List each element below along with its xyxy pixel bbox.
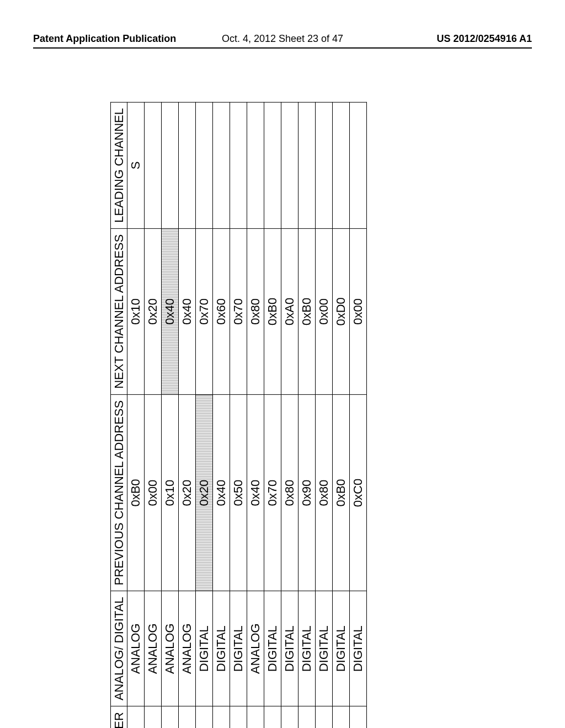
cell-analog-digital: ANALOG [179, 591, 196, 706]
cell-leading [213, 103, 230, 229]
cell-next: 0x00 [316, 228, 333, 394]
table-row: 0x408-13DIGITAL0x200x70 [196, 103, 213, 729]
table-row: 0x9018-26DIGITAL0x800xA0 [281, 103, 299, 729]
cell-leading [316, 103, 333, 229]
table-row: 0x2077ANALOG0x100x40 [162, 103, 179, 729]
table-row: 0x3088ANALOG0x200x40 [179, 103, 196, 729]
col-physical: PHYSICAL CHANNEL NUMBER [111, 706, 127, 728]
cell-analog-digital: DIGITAL [333, 591, 350, 706]
cell-prev: 0x90 [299, 394, 316, 591]
cell-leading [162, 103, 179, 229]
cell-analog-digital: DIGITAL [299, 591, 316, 706]
cell-prev: 0x20 [196, 394, 213, 591]
cell-physical: 3 [213, 706, 230, 728]
cell-next: 0xB0 [299, 228, 316, 394]
cell-prev: 0xB0 [127, 394, 145, 591]
cell-next: 0x00 [350, 228, 367, 394]
cell-analog-digital: ANALOG [247, 591, 264, 706]
cell-next: 0xA0 [281, 228, 299, 394]
cell-next: 0x10 [127, 228, 145, 394]
cell-physical: 6 [281, 706, 299, 728]
cell-analog-digital: DIGITAL [316, 591, 333, 706]
table-row: 0xC026-24DIGITAL0xB00xD0 [333, 103, 350, 729]
table-row: 0x508-23DIGITAL0x400x60 [213, 103, 230, 729]
cell-prev: 0x00 [145, 394, 162, 591]
cell-physical: 4 [333, 706, 350, 728]
cell-physical: 2 [127, 706, 145, 728]
cell-leading [350, 103, 367, 229]
cell-leading [196, 103, 213, 229]
cell-analog-digital: ANALOG [145, 591, 162, 706]
cell-next: 0x70 [230, 228, 247, 394]
cell-leading: S [127, 103, 145, 229]
cell-next: 0x60 [213, 228, 230, 394]
table-row: 0x7099ANALOG0x400x80 [247, 103, 264, 729]
cell-leading [145, 103, 162, 229]
cell-prev: 0x70 [264, 394, 281, 591]
cell-prev: 0x20 [179, 394, 196, 591]
col-leading: LEADING CHANNEL [111, 103, 127, 229]
cell-leading [247, 103, 264, 229]
col-prev: PREVIOUS CHANNEL ADDRESS [111, 394, 127, 591]
cell-next: 0x40 [162, 228, 179, 394]
cell-next: 0x70 [196, 228, 213, 394]
header-right: US 2012/0254916 A1 [437, 33, 532, 45]
cell-leading [264, 103, 281, 229]
figure-label: FIG.23 [86, 102, 106, 728]
cell-prev: 0x80 [316, 394, 333, 591]
table-row: 0xB026-14DIGITAL0x800x00 [316, 103, 333, 729]
cell-analog-digital: DIGITAL [230, 591, 247, 706]
cell-prev: 0xC0 [350, 394, 367, 591]
cell-leading [281, 103, 299, 229]
cell-prev: 0x80 [281, 394, 299, 591]
cell-next: 0x80 [247, 228, 264, 394]
cell-analog-digital: ANALOG [127, 591, 145, 706]
cell-next: 0xD0 [333, 228, 350, 394]
cell-analog-digital: DIGITAL [213, 591, 230, 706]
cell-physical: 6 [299, 706, 316, 728]
cell-analog-digital: DIGITAL [196, 591, 213, 706]
cell-physical: 8 [179, 706, 196, 728]
table-row: 0xA018-36DIGITAL0x900xB0 [299, 103, 316, 729]
cell-analog-digital: DIGITAL [264, 591, 281, 706]
cell-next: 0xB0 [264, 228, 281, 394]
cell-physical: 6 [264, 706, 281, 728]
figure-rotated-wrap: FIG.23 ADDRESS VIRTUAL CHANNEL NUMBER PH… [86, 0, 367, 102]
cell-leading [230, 103, 247, 229]
cell-physical: 7 [162, 706, 179, 728]
cell-analog-digital: DIGITAL [350, 591, 367, 706]
table-row: 0x1055ANALOG0x000x20 [145, 103, 162, 729]
cell-next: 0x40 [179, 228, 196, 394]
cell-physical: 3 [230, 706, 247, 728]
cell-physical: 4 [316, 706, 333, 728]
cell-leading [333, 103, 350, 229]
table-row: 0x8018-16DIGITAL0x700xB0 [264, 103, 281, 729]
cell-physical: 4 [350, 706, 367, 728]
cell-physical: 5 [145, 706, 162, 728]
cell-next: 0x20 [145, 228, 162, 394]
cell-prev: 0x10 [162, 394, 179, 591]
table-row: 0x608-33DIGITAL0x500x70 [230, 103, 247, 729]
cell-leading [299, 103, 316, 229]
table-row: 0x0022ANALOG0xB00x10S [127, 103, 145, 729]
cell-physical: 9 [247, 706, 264, 728]
cell-prev: 0xB0 [333, 394, 350, 591]
table-row: 0xD026-34DIGITAL0xC00x00 [350, 103, 367, 729]
cell-prev: 0x50 [230, 394, 247, 591]
cell-prev: 0x40 [247, 394, 264, 591]
cell-analog-digital: ANALOG [162, 591, 179, 706]
cell-physical: 3 [196, 706, 213, 728]
cell-prev: 0x40 [213, 394, 230, 591]
cell-analog-digital: DIGITAL [281, 591, 299, 706]
cell-leading [179, 103, 196, 229]
col-analog: ANALOG/ DIGITAL [111, 591, 127, 706]
channel-table: ADDRESS VIRTUAL CHANNEL NUMBER PHYSICAL … [110, 102, 367, 728]
col-next: NEXT CHANNEL ADDRESS [111, 228, 127, 394]
table-header-row: ADDRESS VIRTUAL CHANNEL NUMBER PHYSICAL … [111, 103, 127, 729]
